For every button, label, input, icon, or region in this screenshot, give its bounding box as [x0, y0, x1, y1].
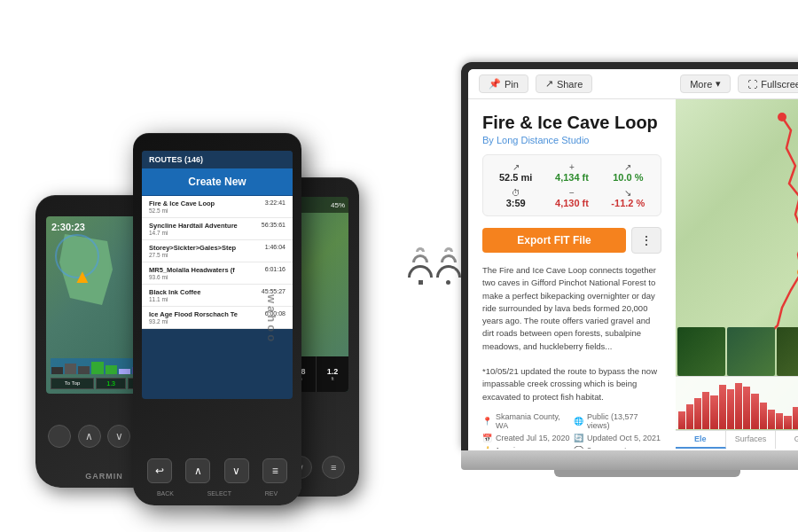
wahoo-back-label: BACK [157, 490, 174, 497]
meta-updated-text: Updated Oct 5, 2021 [587, 434, 661, 442]
route-name-1: Fire & Ice Cave Loop [149, 200, 215, 207]
elev-bar-11 [760, 403, 767, 429]
wahoo-create-new-btn[interactable]: Create New [142, 168, 293, 196]
elev-bar-14 [784, 416, 791, 429]
tab-gradient[interactable]: Gra [776, 431, 798, 449]
elev-bar-7 [727, 389, 734, 429]
signal-right [436, 247, 461, 285]
stat-elev-loss-val: 4,130 ft [555, 198, 589, 208]
elev-bar-10 [751, 394, 758, 429]
wahoo-header: ROUTES (146) [142, 151, 293, 168]
meta-public: 🌐 Public (13,577 views) [574, 412, 661, 430]
route-name-5: Black Ink Coffee [149, 288, 200, 296]
meta-updated: 🔄 Updated Oct 5, 2021 [574, 434, 661, 442]
elevation-chart [676, 376, 798, 429]
route-dist-1: 52.5 mi [149, 207, 215, 214]
route-time-2: 56:35:61 [262, 222, 286, 236]
svg-point-0 [778, 113, 786, 121]
time-icon: ⏱ [512, 188, 520, 198]
wahoo-menu-btn[interactable]: ≡ [262, 458, 287, 483]
signal-left [408, 247, 433, 285]
route-time-1: 3:22:41 [265, 200, 286, 214]
tab-elevation[interactable]: Ele [676, 431, 726, 449]
route-dist-6: 93.2 mi [149, 318, 238, 325]
route-author: By Long Distance Studio [482, 135, 661, 145]
wifi-signals-container [408, 247, 461, 285]
stat-distance-val: 52.5 mi [499, 172, 532, 183]
route-svg [676, 99, 798, 348]
more-button[interactable]: More ▾ [680, 74, 731, 93]
route-title: Fire & Ice Cave Loop [482, 112, 661, 133]
wahoo-route-item[interactable]: Fire & Ice Cave Loop 52.5 mi 3:22:41 [142, 196, 293, 218]
wahoo-route-item-4[interactable]: MR5_Molalla Headwaters (f 93.6 mi 6:01:1… [142, 262, 293, 285]
fullscreen-label: Fullscreen [761, 79, 798, 90]
elev-bar-13 [776, 413, 783, 429]
map-tabs: Ele Surfaces Gra [676, 430, 798, 449]
arc-left-1 [408, 265, 433, 278]
public-icon: 🌐 [574, 417, 583, 426]
wahoo-select-label: SELECT [207, 490, 231, 497]
stat-elev-val: 1.2 [327, 367, 339, 376]
arc-left-2 [412, 254, 428, 262]
route-name-6: Ice Age Flood Rorschach Te [149, 310, 238, 318]
location-icon: 📍 [482, 417, 492, 426]
stat-grade-max: ↗ 10.0 % [603, 162, 653, 183]
wahoo-brand-text: wahoo [264, 294, 278, 344]
route-dist-4: 93.6 mi [149, 274, 235, 280]
comment-icon: 💬 [574, 446, 583, 449]
updated-icon: 🔄 [574, 434, 583, 442]
route-name-2: Syncline Hardtail Adventure [149, 222, 238, 230]
wahoo-route-item-3[interactable]: Storey>Sickter>Gales>Step 27.5 mi 1:46:0… [142, 240, 293, 262]
author-link[interactable]: Long Distance Studio [497, 135, 590, 145]
dot-right [447, 280, 451, 285]
app-map[interactable]: Ele Surfaces Gra [676, 99, 798, 449]
meta-public-text: Public (13,577 views) [587, 412, 661, 430]
stat-grade-min: ↘ -11.2 % [603, 188, 653, 208]
grade-up-icon: ↗ [624, 162, 631, 172]
wahoo-routes-count: ROUTES (146) [149, 155, 203, 164]
garmin-right-battery: 45% [331, 201, 345, 209]
route-dist-5: 11.1 mi [149, 296, 200, 302]
elevation-gain-icon: + [569, 162, 575, 172]
app-body: Fire & Ice Cave Loop By Long Distance St… [468, 99, 798, 449]
share-button[interactable]: ↗ Share [536, 74, 592, 93]
wahoo-up-btn[interactable]: ∧ [185, 458, 210, 483]
created-icon: 📅 [482, 434, 492, 442]
wahoo-down-btn[interactable]: ∨ [224, 458, 249, 483]
export-more-button[interactable]: ⋮ [631, 227, 661, 254]
route-time-3: 1:46:04 [265, 244, 286, 258]
tab-surfaces[interactable]: Surfaces [726, 431, 777, 449]
meta-comments-text: 3 comments [587, 446, 630, 449]
wahoo-screen: ROUTES (146) Create New Fire & Ice Cave … [142, 151, 293, 399]
pin-icon: 📌 [489, 78, 501, 90]
app-topbar: 📌 Pin ↗ Share More ▾ [468, 69, 798, 99]
fullscreen-button[interactable]: ⛶ Fullscreen [738, 74, 798, 93]
wahoo-back-btn[interactable]: ↩ [147, 458, 172, 483]
fullscreen-icon: ⛶ [747, 79, 757, 90]
route-stats: ↗ 52.5 mi + 4,134 ft ↗ 10.0 % [482, 154, 661, 216]
stat-elevation-loss: − 4,130 ft [546, 188, 597, 208]
chevron-down-icon: ▾ [716, 78, 721, 90]
dot-left [419, 280, 423, 285]
wahoo-route-item-2[interactable]: Syncline Hardtail Adventure 14.7 mi 56:3… [142, 218, 293, 240]
distance-icon: ↗ [512, 162, 520, 172]
laptop: 📌 Pin ↗ Share More ▾ [461, 62, 798, 470]
elev-bar-2 [686, 404, 693, 429]
elev-bar-3 [694, 398, 701, 429]
arc-right-1 [436, 265, 461, 278]
stat-time-val: 3:59 [506, 198, 526, 208]
app-topbar-left: 📌 Pin ↗ Share [479, 74, 592, 93]
grade-down-icon: ↘ [624, 188, 631, 198]
meta-created-text: Created Jul 15, 2020 [496, 434, 570, 442]
review-icon: 👍 [482, 446, 492, 449]
elev-bar-8 [735, 383, 742, 429]
wahoo-device: ROUTES (146) Create New Fire & Ice Cave … [133, 133, 301, 505]
stat-grade-up-val: 10.0 % [613, 172, 643, 183]
arc-right-3 [444, 247, 453, 252]
author-prefix: By [482, 135, 494, 145]
pin-label: Pin [505, 79, 519, 90]
pin-button[interactable]: 📌 Pin [479, 74, 528, 93]
photo-2 [727, 327, 775, 376]
garmin2-btn-menu[interactable]: ≡ [322, 456, 345, 479]
export-fit-button[interactable]: Export FIT File [482, 228, 626, 253]
